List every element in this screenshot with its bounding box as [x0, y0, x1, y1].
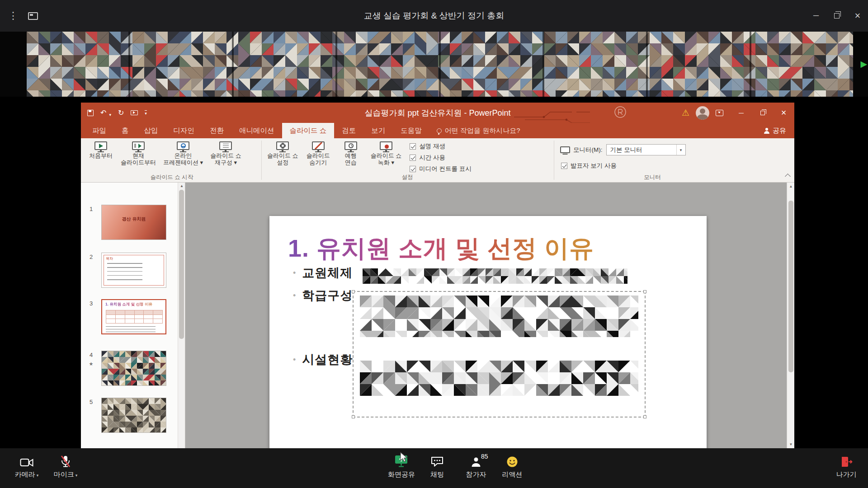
slide-thumbnail-2[interactable]: 2 목차 [81, 253, 166, 288]
checkbox-icon [561, 163, 567, 169]
account-avatar[interactable] [696, 106, 709, 120]
tab-view[interactable]: 보기 [363, 123, 393, 138]
leave-label: 나가기 [826, 470, 867, 479]
selected-table-object[interactable] [353, 291, 646, 418]
from-current-slide-button[interactable]: 현재 슬라이드부터 [117, 140, 160, 166]
ppt-close-button[interactable]: × [773, 103, 794, 123]
save-icon[interactable] [87, 110, 94, 116]
slide-scrollbar[interactable]: ▲ ▼ [787, 183, 794, 448]
tab-home[interactable]: 홈 [114, 123, 137, 138]
current-slide[interactable]: 1. 유치원 소개 및 선정 이유 • 교원체제 • 학급구성 • 시설현황 [269, 216, 707, 448]
thumbnail-scrollbar[interactable]: ▲ [178, 183, 185, 448]
slide-5-preview[interactable] [101, 398, 166, 433]
rehearse-timings-button[interactable]: 예행 연습 [335, 140, 367, 173]
slide-1-preview[interactable]: 경산 유치원 [101, 205, 166, 240]
strip-next-icon[interactable]: ▶ [860, 59, 867, 69]
restore-button[interactable] [826, 0, 847, 32]
record-slideshow-button[interactable]: 슬라이드 쇼 녹화 ▾ [367, 140, 406, 173]
ppt-minimize-button[interactable]: ─ [731, 103, 752, 123]
presenter-view-checkbox[interactable]: 발표자 보기 사용 [561, 162, 617, 170]
resize-handle[interactable] [643, 290, 646, 293]
tab-review[interactable]: 검토 [334, 123, 363, 138]
resize-handle[interactable] [352, 290, 355, 293]
tab-slideshow[interactable]: 슬라이드 쇼 [282, 123, 335, 138]
record-slideshow-icon [380, 141, 392, 150]
hide-slide-icon [312, 141, 325, 150]
combo-caret-icon[interactable]: ▾ [676, 145, 685, 155]
leave-button[interactable]: 나가기 [826, 448, 867, 488]
tab-design[interactable]: 디자인 [166, 123, 203, 138]
tab-animations[interactable]: 애니메이션 [231, 123, 282, 138]
group-start-slideshow: 처음부터 현재 슬라이드부터 온라인 프레젠테이션 ▾ 슬라이드 쇼 재구성 ▾ [85, 138, 259, 183]
resize-handle[interactable] [643, 415, 646, 418]
undo-icon[interactable]: ↶ [100, 108, 106, 117]
collapse-ribbon-icon[interactable] [785, 174, 791, 179]
slide-number: 1 [81, 205, 101, 240]
menu-dots-icon[interactable]: ⋮ [8, 10, 18, 22]
warning-icon[interactable]: ⚠ [682, 108, 689, 118]
mic-button[interactable]: 마이크▾ [45, 448, 86, 488]
video-tile-separators [27, 32, 853, 97]
tab-file[interactable]: 파일 [85, 123, 114, 138]
custom-slideshow-button[interactable]: 슬라이드 쇼 재구성 ▾ [207, 140, 245, 166]
scroll-up-icon[interactable]: ▲ [178, 184, 185, 188]
hide-slide-button[interactable]: 슬라이드 숨기기 [302, 140, 335, 173]
qat-customize-icon[interactable]: ▾ [145, 110, 147, 116]
slide-thumbnail-1[interactable]: 1 경산 유치원 [81, 205, 166, 240]
ribbon-display-options-icon[interactable] [716, 110, 723, 116]
slide-number: 4 [81, 352, 101, 358]
monitor-icon [560, 146, 570, 153]
camera-button[interactable]: 카메라▾ [6, 448, 47, 488]
bullet-icon: • [293, 268, 296, 278]
scroll-up-icon[interactable]: ▲ [787, 184, 794, 188]
tab-transitions[interactable]: 전환 [202, 123, 231, 138]
bullet-icon: • [293, 355, 296, 365]
show-media-controls-checkbox[interactable]: 미디어 컨트롤 표시 [410, 165, 472, 173]
scrollbar-thumb[interactable] [179, 190, 184, 339]
setup-slideshow-button[interactable]: 슬라이드 쇼 설정 [264, 140, 302, 173]
app-window-icon[interactable] [28, 12, 38, 20]
from-beginning-button[interactable]: 처음부터 [85, 140, 117, 166]
group-separator [261, 141, 262, 180]
setup-slideshow-icon [276, 141, 289, 150]
undo-caret-icon[interactable]: ▾ [109, 113, 111, 117]
chat-button[interactable]: 채팅 [416, 448, 458, 488]
tell-me-box[interactable]: 어떤 작업을 원하시나요? [437, 123, 520, 138]
tab-help[interactable]: 도움말 [393, 123, 429, 138]
tab-insert[interactable]: 삽입 [137, 123, 166, 138]
slide-2-preview[interactable]: 목차 [101, 253, 166, 288]
scrollbar-thumb[interactable] [788, 201, 793, 372]
participants-label: 참가자 [455, 470, 497, 479]
start-slideshow-icon[interactable] [131, 110, 138, 115]
participants-button[interactable]: 85 참가자 [455, 448, 497, 488]
slide-4-preview[interactable] [101, 351, 166, 386]
slide-5-censored-content [102, 398, 166, 432]
group-label: 슬라이드 쇼 시작 [85, 174, 259, 181]
camera-caret-icon[interactable]: ▾ [37, 473, 39, 478]
scroll-down-icon[interactable]: ▼ [787, 442, 794, 446]
checkbox-icon [410, 166, 416, 172]
redo-icon[interactable]: ↻ [118, 108, 124, 117]
slide-3-table [106, 310, 163, 324]
resize-handle[interactable] [352, 415, 355, 418]
close-button[interactable]: × [847, 0, 868, 32]
leave-icon [840, 456, 853, 468]
slide-3-preview[interactable]: 1. 유치원 소개 및 선정 이유 [101, 299, 166, 334]
slide-thumbnail-5[interactable]: 5 [81, 398, 166, 433]
use-timings-checkbox[interactable]: 시간 사용 [410, 154, 472, 162]
minimize-button[interactable]: ─ [806, 0, 826, 32]
reactions-button[interactable]: 리액션 [491, 448, 533, 488]
mic-caret-icon[interactable]: ▾ [75, 473, 78, 478]
group-label: 설정 [264, 174, 551, 181]
present-online-button[interactable]: 온라인 프레젠테이션 ▾ [160, 140, 207, 166]
share-button[interactable]: 공유 [764, 123, 786, 138]
play-narrations-checkbox[interactable]: 설명 재생 [410, 142, 472, 150]
slide-thumbnail-3-selected[interactable]: 3 1. 유치원 소개 및 선정 이유 [81, 299, 166, 334]
reactions-smiley-icon [506, 456, 518, 468]
monitor-select[interactable]: 기본 모니터 ▾ [606, 144, 686, 155]
participants-icon [470, 456, 482, 468]
ppt-restore-button[interactable] [752, 103, 773, 123]
slide-thumbnail-panel: 1 경산 유치원 2 목차 3 1. 유치원 소개 [81, 183, 185, 448]
share-person-icon [764, 128, 769, 134]
slide-thumbnail-4[interactable]: 4 ★ [81, 351, 166, 386]
